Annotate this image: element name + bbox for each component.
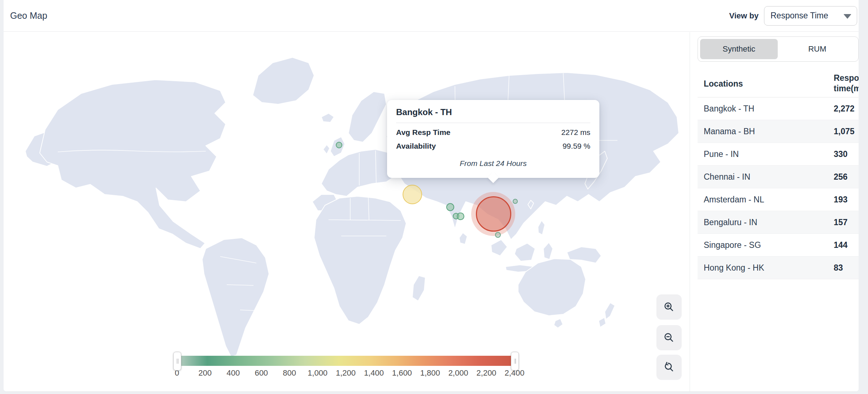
table-row-hongkong[interactable]: Hong Kong - HK 83	[698, 257, 859, 279]
response-time-cell: 157	[834, 218, 847, 227]
table-row-bangkok[interactable]: Bangkok - TH 2,272	[698, 97, 859, 120]
view-by-label: View by	[729, 11, 759, 21]
table-row-pune[interactable]: Pune - IN 330	[698, 143, 859, 166]
locations-table-header: Locations Response time(ms)	[698, 70, 859, 97]
view-by-dropdown-value: Response Time	[771, 11, 828, 21]
location-cell: Hong Kong - HK	[698, 263, 764, 273]
location-cell: Singapore - SG	[698, 240, 761, 250]
map-bubble-amsterdam[interactable]	[336, 142, 342, 148]
locations-column-header: Locations	[704, 79, 743, 88]
response-time-cell: 2,272	[834, 104, 855, 114]
chevron-down-icon	[843, 14, 851, 19]
legend-tick: 1,000	[308, 368, 327, 378]
content-split: Bangkok - TH Avg Resp Time 2272 ms Avail…	[4, 32, 859, 391]
table-row-chennai[interactable]: Chennai - IN 256	[698, 166, 859, 188]
locations-sidebar: Synthetic RUM Locations Response time(ms…	[690, 32, 859, 391]
legend-slider-handle-min[interactable]	[173, 352, 181, 371]
tooltip-row-availability: Availability 99.59 %	[396, 142, 590, 150]
legend-tick: 1,800	[420, 368, 440, 378]
header-controls: View by Response Time	[729, 6, 857, 26]
legend-tick: 2,200	[477, 368, 496, 378]
legend-tick: 400	[226, 368, 240, 378]
world-map	[4, 32, 690, 391]
response-time-column-header: Response time(ms)	[834, 73, 859, 94]
tooltip-title: Bangkok - TH	[396, 107, 590, 117]
legend-tick-labels: 0 200 400 600 800 1,000 1,200 1,400 1,60…	[177, 368, 515, 379]
tooltip-divider	[396, 123, 590, 123]
page-title: Geo Map	[10, 10, 47, 21]
geo-map-card: Geo Map View by Response Time	[4, 0, 859, 392]
table-row-singapore[interactable]: Singapore - SG 144	[698, 234, 859, 257]
response-time-cell: 1,075	[834, 127, 855, 136]
response-time-cell: 256	[834, 172, 847, 182]
tab-rum[interactable]: RUM	[778, 39, 856, 59]
legend-tick: 600	[255, 368, 268, 378]
zoom-in-button[interactable]	[656, 294, 682, 320]
tooltip-row-response-time: Avg Resp Time 2272 ms	[396, 128, 590, 137]
legend-tick: 200	[199, 368, 212, 378]
map-bubble-chennai[interactable]	[457, 213, 464, 220]
locations-table-body: Bangkok - TH 2,272 Manama - BH 1,075 Pun…	[698, 97, 859, 279]
map-bubble-singapore[interactable]	[495, 232, 501, 238]
zoom-reset-button[interactable]	[656, 355, 682, 380]
map-bubble-manama[interactable]	[403, 185, 422, 204]
location-cell: Bangkok - TH	[698, 104, 754, 114]
geo-map-canvas[interactable]: Bangkok - TH Avg Resp Time 2272 ms Avail…	[4, 32, 690, 391]
map-bubble-hongkong[interactable]	[513, 199, 518, 204]
response-time-cell: 83	[834, 263, 843, 273]
zoom-reset-icon	[663, 361, 675, 373]
legend-tick: 2,000	[448, 368, 468, 378]
tooltip-label: Avg Resp Time	[396, 128, 451, 137]
tooltip-footnote: From Last 24 Hours	[396, 159, 590, 168]
location-cell: Chennai - IN	[698, 172, 750, 182]
legend-tick: 1,600	[392, 368, 412, 378]
map-bubble-bangkok[interactable]	[476, 196, 511, 232]
map-bubble-pune[interactable]	[446, 203, 454, 211]
table-row-manama[interactable]: Manama - BH 1,075	[698, 120, 859, 143]
response-time-cell: 144	[834, 240, 847, 250]
legend-tick: 1,200	[336, 368, 356, 378]
tooltip-value: 99.59 %	[563, 142, 590, 150]
legend-slider-handle-max[interactable]	[511, 352, 519, 371]
legend-tick: 1,400	[364, 368, 384, 378]
data-source-tabs: Synthetic RUM	[698, 36, 859, 62]
map-tooltip: Bangkok - TH Avg Resp Time 2272 ms Avail…	[387, 100, 599, 178]
table-row-amsterdam[interactable]: Amsterdam - NL 193	[698, 188, 859, 211]
location-cell: Pune - IN	[698, 149, 739, 159]
location-cell: Amsterdam - NL	[698, 195, 764, 205]
response-time-cell: 193	[834, 195, 847, 205]
location-cell: Bengaluru - IN	[698, 218, 757, 227]
card-header: Geo Map View by Response Time	[4, 0, 859, 32]
response-time-cell: 330	[834, 149, 847, 159]
table-row-bengaluru[interactable]: Bengaluru - IN 157	[698, 211, 859, 234]
tooltip-value: 2272 ms	[561, 128, 590, 137]
zoom-out-icon	[663, 332, 675, 344]
view-by-dropdown[interactable]: Response Time	[764, 6, 857, 26]
zoom-out-button[interactable]	[656, 325, 682, 350]
tab-synthetic[interactable]: Synthetic	[700, 39, 778, 59]
location-cell: Manama - BH	[698, 127, 755, 136]
legend-gradient-bar	[177, 356, 515, 366]
tooltip-label: Availability	[396, 142, 436, 150]
legend-tick: 800	[283, 368, 296, 378]
zoom-in-icon	[663, 301, 675, 313]
